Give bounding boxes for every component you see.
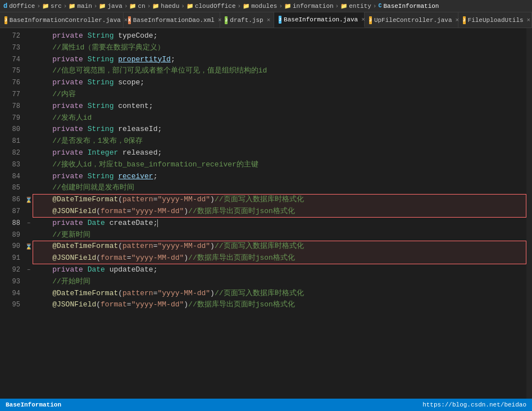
token: [83, 124, 88, 136]
breadcrumb-sep-8: ›: [335, 3, 339, 10]
breadcrumb-sep-6: ›: [238, 3, 242, 10]
tab-draft[interactable]: J draft.jsp ×: [220, 12, 274, 28]
line-number-94: 94: [0, 288, 20, 300]
token: private: [52, 30, 83, 42]
tab-fileuploadutils[interactable]: J FileUploadUtils ×: [458, 12, 532, 28]
code-line-91: @JSONField(format="yyyy-MM-dd")//数据库导出页面…: [35, 252, 526, 264]
folder-icon-cloudoffice: 📁: [187, 3, 193, 10]
breadcrumb-modules[interactable]: 📁 modules: [243, 3, 277, 10]
token: "yyyy-MM-dd": [157, 194, 210, 206]
breadcrumb-sep-3: ›: [124, 3, 128, 10]
fold-marker-14[interactable]: ⌛: [26, 194, 31, 206]
tab-upfilecontroller[interactable]: J UpFileController.java ×: [365, 12, 458, 28]
fold-marker-20[interactable]: −: [26, 264, 31, 276]
token: (: [118, 241, 122, 252]
token: //创建时间就是发布时间: [35, 182, 134, 194]
token: //数据库导出页面时json格式化: [188, 252, 295, 264]
breadcrumb-haedu[interactable]: 📁 haedu: [152, 3, 179, 10]
token: released;: [118, 147, 162, 159]
token: releaseId;: [113, 124, 162, 136]
breadcrumb-sep-9: ›: [373, 3, 377, 10]
jsp-icon: J: [225, 16, 228, 24]
token: @JSONField: [52, 206, 96, 218]
code-line-83: //接收人id，对应tb_base_information_receiver的主…: [35, 159, 526, 171]
breadcrumb-information[interactable]: 📁 information: [284, 3, 334, 10]
code-line-75: //信息可视范围，部门可见或者整个单位可见，值是组织结构的id: [35, 65, 526, 77]
token: Date: [88, 264, 105, 276]
java-icon-1: J: [4, 16, 7, 24]
folder-icon-main: 📁: [69, 3, 75, 10]
token: [35, 206, 52, 218]
token: //属性id（需要在数据字典定义）: [35, 42, 165, 54]
breadcrumb-baseinformation[interactable]: C BaseInformation: [378, 3, 439, 10]
token: private: [52, 264, 83, 276]
line-number-87: 87: [0, 206, 20, 218]
token: [113, 54, 118, 66]
token: String: [88, 77, 114, 89]
token: =: [153, 241, 158, 252]
code-line-72: private String typeCode;: [35, 30, 526, 42]
breadcrumb-app-label[interactable]: dOffice: [9, 3, 35, 10]
fold-marker-16[interactable]: −: [26, 218, 31, 229]
code-line-76: private String scope;: [35, 77, 526, 89]
token: [35, 124, 52, 136]
code-line-78: private String content;: [35, 101, 526, 112]
token: private: [52, 124, 83, 136]
token: ): [210, 241, 215, 252]
token: (: [96, 299, 101, 311]
close-tab-3[interactable]: ×: [267, 17, 271, 24]
token: pattern: [122, 241, 153, 252]
code-line-86: @DateTimeFormat(pattern="yyyy-MM-dd")//页…: [35, 194, 526, 206]
token: private: [52, 218, 83, 229]
breadcrumb-entity[interactable]: 📁 entity: [340, 3, 371, 10]
token: pattern: [122, 194, 153, 206]
class-icon: C: [378, 3, 381, 9]
line-number-85: 85: [0, 182, 20, 194]
breadcrumb-cloudoffice[interactable]: 📁 cloudOffice: [187, 3, 236, 10]
token: private: [52, 101, 83, 112]
code-line-88: private Date createDate;: [35, 218, 526, 229]
close-tab-6[interactable]: ×: [527, 17, 531, 24]
token: createDate;: [105, 218, 158, 229]
line-number-79: 79: [0, 112, 20, 124]
breadcrumb-cn[interactable]: 📁 cn: [129, 3, 145, 10]
fold-marker-18[interactable]: ⌛: [26, 241, 31, 252]
breadcrumb-main[interactable]: 📁 main: [69, 3, 92, 10]
folder-icon-java: 📁: [99, 3, 106, 10]
token: [83, 218, 88, 229]
token: pattern: [122, 288, 153, 300]
breadcrumb-java[interactable]: 📁 java: [99, 3, 122, 10]
tab-baseinformationdao[interactable]: X BaseInformationDao.xml ×: [124, 12, 221, 28]
token: [83, 54, 88, 66]
token: private: [52, 171, 83, 183]
line-number-82: 82: [0, 147, 20, 159]
tab-baseinformationcontroller[interactable]: J BaseInformationController.java ×: [0, 12, 124, 28]
token: @DateTimeFormat: [52, 194, 118, 206]
token: ): [210, 194, 215, 206]
token: //信息可视范围，部门可见或者整个单位可见，值是组织结构的id: [35, 65, 267, 77]
code-content[interactable]: private String typeCode; //属性id（需要在数据字典定…: [33, 28, 526, 399]
tab-label-4: BaseInformation.java: [284, 16, 358, 23]
token: String: [88, 30, 114, 42]
token: [83, 101, 88, 112]
token: updateDate;: [105, 264, 158, 276]
token: (: [96, 252, 101, 264]
minimap: [526, 28, 532, 399]
token: =: [127, 252, 131, 264]
breadcrumb-sep-0: ›: [37, 3, 40, 10]
tab-bar: J BaseInformationController.java × X Bas…: [0, 12, 532, 28]
token: @DateTimeFormat: [52, 241, 118, 252]
breadcrumb-src[interactable]: 📁 src: [42, 3, 62, 10]
token: [35, 194, 52, 206]
token: (: [118, 288, 122, 300]
token: format: [101, 299, 127, 311]
folder-icon-src: 📁: [42, 3, 49, 10]
breadcrumb-sep-1: ›: [63, 3, 67, 10]
line-number-72: 72: [0, 30, 20, 42]
token: ): [184, 252, 188, 264]
editor-area[interactable]: 7273747576777879808182838485868788899091…: [0, 28, 532, 399]
token: (: [96, 206, 101, 218]
token: //页面写入数据库时格式化: [215, 241, 304, 252]
tab-baseinformation[interactable]: J BaseInformation.java ×: [274, 12, 365, 28]
token: //数据库导出页面时json格式化: [188, 299, 295, 311]
